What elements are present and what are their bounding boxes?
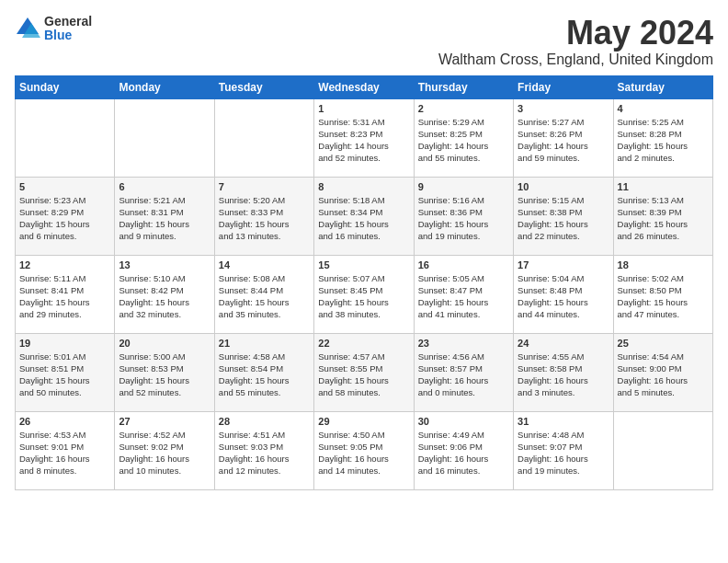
day-cell xyxy=(613,411,712,489)
day-cell: 30Sunrise: 4:49 AM Sunset: 9:06 PM Dayli… xyxy=(414,411,513,489)
day-cell: 1Sunrise: 5:31 AM Sunset: 8:23 PM Daylig… xyxy=(314,98,414,177)
col-header-wednesday: Wednesday xyxy=(314,75,414,98)
day-info: Sunrise: 5:29 AM Sunset: 8:25 PM Dayligh… xyxy=(418,116,509,165)
col-header-monday: Monday xyxy=(115,75,214,98)
calendar-table: SundayMondayTuesdayWednesdayThursdayFrid… xyxy=(15,75,713,490)
day-info: Sunrise: 4:50 AM Sunset: 9:05 PM Dayligh… xyxy=(318,429,409,477)
day-cell xyxy=(16,98,115,177)
day-cell: 20Sunrise: 5:00 AM Sunset: 8:53 PM Dayli… xyxy=(115,333,214,411)
col-header-tuesday: Tuesday xyxy=(214,75,313,98)
day-cell: 21Sunrise: 4:58 AM Sunset: 8:54 PM Dayli… xyxy=(214,333,313,411)
week-row-1: 1Sunrise: 5:31 AM Sunset: 8:23 PM Daylig… xyxy=(16,98,713,177)
day-number: 1 xyxy=(318,103,409,114)
day-number: 19 xyxy=(19,338,110,349)
day-cell: 28Sunrise: 4:51 AM Sunset: 9:03 PM Dayli… xyxy=(214,411,313,489)
day-number: 6 xyxy=(119,181,210,192)
week-row-4: 19Sunrise: 5:01 AM Sunset: 8:51 PM Dayli… xyxy=(16,333,713,411)
day-cell: 12Sunrise: 5:11 AM Sunset: 8:41 PM Dayli… xyxy=(16,255,115,333)
day-info: Sunrise: 5:07 AM Sunset: 8:45 PM Dayligh… xyxy=(318,272,409,321)
day-info: Sunrise: 4:58 AM Sunset: 8:54 PM Dayligh… xyxy=(219,350,310,399)
day-cell: 19Sunrise: 5:01 AM Sunset: 8:51 PM Dayli… xyxy=(16,333,115,411)
day-number: 18 xyxy=(618,259,709,270)
day-info: Sunrise: 5:13 AM Sunset: 8:39 PM Dayligh… xyxy=(618,194,709,243)
day-number: 22 xyxy=(318,338,409,349)
day-number: 20 xyxy=(119,338,210,349)
col-header-friday: Friday xyxy=(514,75,613,98)
day-cell: 31Sunrise: 4:48 AM Sunset: 9:07 PM Dayli… xyxy=(514,411,613,489)
day-number: 29 xyxy=(318,416,409,427)
page-header: General Blue May 2024 Waltham Cross, Eng… xyxy=(15,15,713,68)
day-number: 28 xyxy=(219,416,310,427)
day-number: 2 xyxy=(418,103,509,114)
day-number: 24 xyxy=(518,338,609,349)
day-info: Sunrise: 5:20 AM Sunset: 8:33 PM Dayligh… xyxy=(219,194,310,243)
day-cell: 23Sunrise: 4:56 AM Sunset: 8:57 PM Dayli… xyxy=(414,333,513,411)
col-header-thursday: Thursday xyxy=(414,75,513,98)
day-cell xyxy=(115,98,214,177)
day-info: Sunrise: 4:52 AM Sunset: 9:02 PM Dayligh… xyxy=(119,429,210,477)
day-info: Sunrise: 5:18 AM Sunset: 8:34 PM Dayligh… xyxy=(318,194,409,243)
day-info: Sunrise: 4:53 AM Sunset: 9:01 PM Dayligh… xyxy=(19,429,110,477)
day-number: 21 xyxy=(219,338,310,349)
day-number: 5 xyxy=(19,181,110,192)
day-number: 8 xyxy=(318,181,409,192)
day-number: 13 xyxy=(119,259,210,270)
day-info: Sunrise: 4:55 AM Sunset: 8:58 PM Dayligh… xyxy=(518,350,609,399)
day-cell: 17Sunrise: 5:04 AM Sunset: 8:48 PM Dayli… xyxy=(514,255,613,333)
week-row-3: 12Sunrise: 5:11 AM Sunset: 8:41 PM Dayli… xyxy=(16,255,713,333)
day-cell: 24Sunrise: 4:55 AM Sunset: 8:58 PM Dayli… xyxy=(514,333,613,411)
day-number: 25 xyxy=(618,338,709,349)
day-number: 11 xyxy=(618,181,709,192)
col-header-sunday: Sunday xyxy=(16,75,115,98)
day-cell: 3Sunrise: 5:27 AM Sunset: 8:26 PM Daylig… xyxy=(514,98,613,177)
day-info: Sunrise: 4:56 AM Sunset: 8:57 PM Dayligh… xyxy=(418,350,509,399)
day-cell: 14Sunrise: 5:08 AM Sunset: 8:44 PM Dayli… xyxy=(214,255,313,333)
day-info: Sunrise: 4:54 AM Sunset: 9:00 PM Dayligh… xyxy=(618,350,709,399)
day-info: Sunrise: 5:02 AM Sunset: 8:50 PM Dayligh… xyxy=(618,272,709,321)
day-number: 15 xyxy=(318,259,409,270)
day-number: 14 xyxy=(219,259,310,270)
day-info: Sunrise: 5:21 AM Sunset: 8:31 PM Dayligh… xyxy=(119,194,210,243)
day-info: Sunrise: 5:01 AM Sunset: 8:51 PM Dayligh… xyxy=(19,350,110,399)
day-info: Sunrise: 5:05 AM Sunset: 8:47 PM Dayligh… xyxy=(418,272,509,321)
day-number: 10 xyxy=(518,181,609,192)
day-cell: 7Sunrise: 5:20 AM Sunset: 8:33 PM Daylig… xyxy=(214,177,313,255)
day-cell: 16Sunrise: 5:05 AM Sunset: 8:47 PM Dayli… xyxy=(414,255,513,333)
day-number: 30 xyxy=(418,416,509,427)
logo: General Blue xyxy=(15,15,92,43)
day-cell: 27Sunrise: 4:52 AM Sunset: 9:02 PM Dayli… xyxy=(115,411,214,489)
day-info: Sunrise: 5:11 AM Sunset: 8:41 PM Dayligh… xyxy=(19,272,110,321)
logo-icon xyxy=(15,16,40,41)
day-info: Sunrise: 5:10 AM Sunset: 8:42 PM Dayligh… xyxy=(119,272,210,321)
day-number: 16 xyxy=(418,259,509,270)
day-cell: 9Sunrise: 5:16 AM Sunset: 8:36 PM Daylig… xyxy=(414,177,513,255)
day-number: 23 xyxy=(418,338,509,349)
logo-blue: Blue xyxy=(44,29,92,42)
day-number: 4 xyxy=(618,103,709,114)
day-info: Sunrise: 4:51 AM Sunset: 9:03 PM Dayligh… xyxy=(219,429,310,477)
col-header-saturday: Saturday xyxy=(613,75,712,98)
day-cell xyxy=(214,98,313,177)
day-info: Sunrise: 5:25 AM Sunset: 8:28 PM Dayligh… xyxy=(618,116,709,165)
day-number: 3 xyxy=(518,103,609,114)
title-block: May 2024 Waltham Cross, England, United … xyxy=(438,15,713,68)
day-cell: 2Sunrise: 5:29 AM Sunset: 8:25 PM Daylig… xyxy=(414,98,513,177)
day-number: 12 xyxy=(19,259,110,270)
day-cell: 25Sunrise: 4:54 AM Sunset: 9:00 PM Dayli… xyxy=(613,333,712,411)
day-cell: 15Sunrise: 5:07 AM Sunset: 8:45 PM Dayli… xyxy=(314,255,414,333)
location: Waltham Cross, England, United Kingdom xyxy=(438,52,713,68)
day-cell: 4Sunrise: 5:25 AM Sunset: 8:28 PM Daylig… xyxy=(613,98,712,177)
day-cell: 8Sunrise: 5:18 AM Sunset: 8:34 PM Daylig… xyxy=(314,177,414,255)
day-number: 7 xyxy=(219,181,310,192)
day-number: 31 xyxy=(518,416,609,427)
day-info: Sunrise: 4:57 AM Sunset: 8:55 PM Dayligh… xyxy=(318,350,409,399)
month-title: May 2024 xyxy=(438,15,713,52)
day-info: Sunrise: 5:04 AM Sunset: 8:48 PM Dayligh… xyxy=(518,272,609,321)
day-info: Sunrise: 5:31 AM Sunset: 8:23 PM Dayligh… xyxy=(318,116,409,165)
header-row: SundayMondayTuesdayWednesdayThursdayFrid… xyxy=(16,75,713,98)
logo-general: General xyxy=(44,15,92,29)
day-cell: 18Sunrise: 5:02 AM Sunset: 8:50 PM Dayli… xyxy=(613,255,712,333)
day-info: Sunrise: 5:08 AM Sunset: 8:44 PM Dayligh… xyxy=(219,272,310,321)
day-info: Sunrise: 5:23 AM Sunset: 8:29 PM Dayligh… xyxy=(19,194,110,243)
day-cell: 6Sunrise: 5:21 AM Sunset: 8:31 PM Daylig… xyxy=(115,177,214,255)
